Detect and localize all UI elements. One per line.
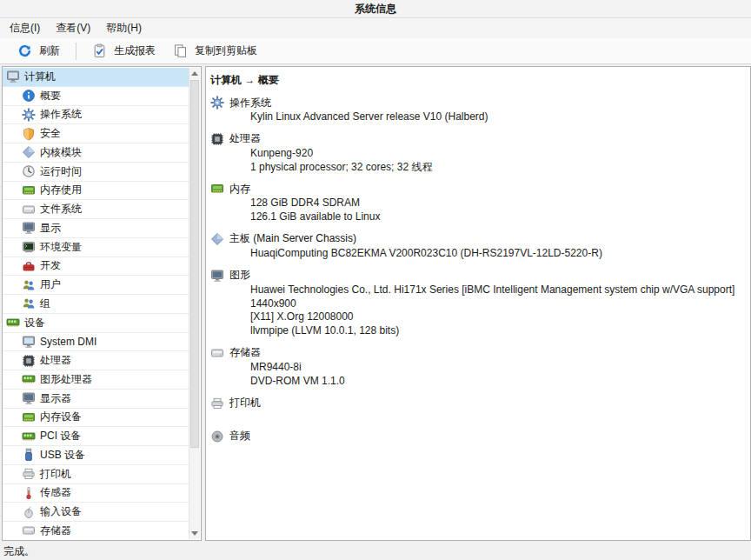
sidebar-item-groups[interactable]: 组 — [3, 295, 189, 314]
sidebar-item-label: 打印机 — [40, 467, 71, 482]
section-title: 内存 — [229, 182, 250, 197]
sidebar-item-memory-usage[interactable]: 内存使用 — [3, 182, 189, 201]
section-title: 处理器 — [229, 131, 261, 146]
scrollbar-thumb[interactable] — [190, 80, 199, 448]
system-info-window: 系统信息 信息(I)查看(V)帮助(H) 刷新生成报表复制到剪贴板 计算机概要操… — [0, 0, 751, 560]
section-title: 存储器 — [229, 345, 261, 360]
sidebar-item-computer[interactable]: 计算机 — [3, 68, 189, 87]
arrow-down-icon — [191, 531, 198, 536]
module-icon — [22, 145, 36, 159]
module-icon — [210, 232, 224, 246]
drive-icon — [22, 203, 36, 217]
gear-icon — [22, 108, 36, 122]
sidebar-item-processor[interactable]: 处理器 — [3, 351, 189, 370]
section-processor: 处理器Kunpeng-9201 physical processor; 32 c… — [210, 131, 743, 175]
audio-icon — [210, 430, 224, 443]
printer-icon — [210, 397, 224, 410]
menu-help[interactable]: 帮助(H) — [98, 18, 150, 38]
generate-report-button[interactable]: 生成报表 — [83, 41, 164, 61]
sidebar-item-sensors[interactable]: 传感器 — [3, 484, 189, 503]
sidebar-scrollbar[interactable] — [189, 68, 200, 539]
sidebar-item-label: 传感器 — [40, 485, 71, 500]
sidebar-item-label: 内存使用 — [40, 183, 82, 197]
section-title: 打印机 — [229, 396, 261, 410]
sidebar-item-summary[interactable]: 概要 — [3, 87, 189, 106]
section-header: 操作系统 — [210, 95, 743, 110]
terminal-icon — [22, 240, 36, 254]
sidebar-item-label: 图形处理器 — [40, 372, 92, 387]
window-titlebar[interactable]: 系统信息 — [0, 0, 751, 18]
section-header: 音频 — [210, 429, 743, 444]
menu-label: 查看(V) — [56, 21, 90, 36]
sidebar-item-label: 安全 — [40, 126, 61, 141]
section-operating-system: 操作系统Kylin Linux Advanced Server release … — [210, 95, 743, 124]
toolbar-button-label: 复制到剪贴板 — [195, 43, 257, 58]
menubar: 信息(I)查看(V)帮助(H) — [0, 18, 751, 38]
sidebar-item-users[interactable]: 用户 — [3, 276, 189, 295]
sidebar-item-label: USB 设备 — [40, 448, 85, 463]
sidebar-item-label: 用户 — [40, 277, 61, 292]
sidebar-item-filesystems[interactable]: 文件系统 — [3, 200, 189, 219]
sidebar-item-display[interactable]: 显示 — [3, 219, 189, 238]
sidebar-item-label: 内存设备 — [40, 410, 82, 424]
section-value: MR9440-8i — [210, 361, 743, 375]
sidebar-item-printers[interactable]: 打印机 — [3, 465, 189, 484]
toolbar-separator — [76, 43, 76, 60]
menu-view[interactable]: 查看(V) — [48, 18, 98, 38]
section-title: 音频 — [229, 429, 250, 443]
section-header: 内存 — [210, 181, 743, 197]
sidebar-item-environment-variables[interactable]: 环境变量 — [3, 238, 189, 257]
section-title: 主板 (Main Server Chassis) — [229, 231, 356, 246]
section-storage: 存储器MR9440-8iDVD-ROM VM 1.1.0 — [210, 345, 743, 389]
sidebar-item-kernel-modules[interactable]: 内核模块 — [3, 143, 189, 163]
sidebar-item-usb-devices[interactable]: USB 设备 — [3, 446, 189, 465]
sidebar-item-operating-system[interactable]: 操作系统 — [3, 106, 189, 125]
section-motherboard: 主板 (Main Server Chassis)HuaqiComputing B… — [210, 231, 743, 261]
drive-icon — [22, 523, 36, 537]
sidebar-item-storage[interactable]: 存储器 — [3, 522, 189, 540]
scroll-down-button[interactable] — [189, 528, 200, 539]
section-value: 128 GiB DDR4 SDRAM — [210, 197, 743, 210]
sidebar-item-label: 设备 — [24, 316, 45, 330]
main-panel: 计算机 → 概要 操作系统Kylin Linux Advanced Server… — [205, 66, 751, 541]
sidebar-item-system-dmi[interactable]: System DMI — [3, 333, 189, 352]
sidebar-item-label: 处理器 — [40, 353, 71, 368]
users-icon — [22, 278, 36, 292]
sidebar-item-pci-devices[interactable]: PCI 设备 — [3, 427, 189, 446]
drive-icon — [210, 346, 224, 360]
section-value: 1440x900 — [210, 297, 743, 311]
info-icon — [22, 89, 36, 103]
arrow-up-icon — [191, 71, 198, 76]
sidebar-item-graphics-processors[interactable]: 图形处理器 — [3, 370, 189, 390]
sidebar-item-label: 显示 — [40, 221, 61, 236]
refresh-button[interactable]: 刷新 — [9, 41, 69, 61]
copy-to-clipboard-button[interactable]: 复制到剪贴板 — [164, 41, 266, 61]
sidebar-item-label: PCI 设备 — [40, 429, 81, 443]
cpu-icon — [210, 132, 224, 146]
computer-icon — [22, 335, 36, 349]
sidebar-item-devices[interactable]: 设备 — [3, 314, 189, 333]
sidebar-item-label: 开发 — [40, 258, 61, 273]
sidebar-item-uptime[interactable]: 运行时间 — [3, 163, 189, 182]
toolbar-button-label: 刷新 — [39, 43, 60, 58]
sidebar-item-security[interactable]: 安全 — [3, 124, 189, 143]
breadcrumb: 计算机 → 概要 — [210, 73, 743, 88]
sidebar-item-development[interactable]: 开发 — [3, 257, 189, 277]
content-area: 计算机概要操作系统安全内核模块运行时间内存使用文件系统显示环境变量开发用户组设备… — [2, 66, 751, 541]
sidebar-item-label: 显示器 — [40, 391, 71, 406]
section-value: 1 physical processor; 32 cores; 32 线程 — [210, 161, 743, 175]
sidebar-item-memory-devices[interactable]: 内存设备 — [3, 409, 189, 428]
sidebar-item-input-devices[interactable]: 输入设备 — [3, 503, 189, 522]
toolbox-icon — [22, 259, 36, 273]
menu-info[interactable]: 信息(I) — [2, 18, 48, 38]
sidebar-item-monitors[interactable]: 显示器 — [3, 390, 189, 409]
section-header: 存储器 — [210, 345, 743, 361]
statusbar: 完成。 — [0, 543, 751, 560]
section-value: Kunpeng-920 — [210, 147, 743, 161]
section-value: llvmpipe (LLVM 10.0.1, 128 bits) — [210, 324, 743, 338]
scroll-up-button[interactable] — [189, 68, 200, 79]
section-value: 126.1 GiB available to Linux — [210, 210, 743, 224]
section-audio: 音频 — [210, 429, 743, 444]
sidebar-item-label: 概要 — [40, 89, 61, 103]
memory-icon — [22, 410, 36, 424]
